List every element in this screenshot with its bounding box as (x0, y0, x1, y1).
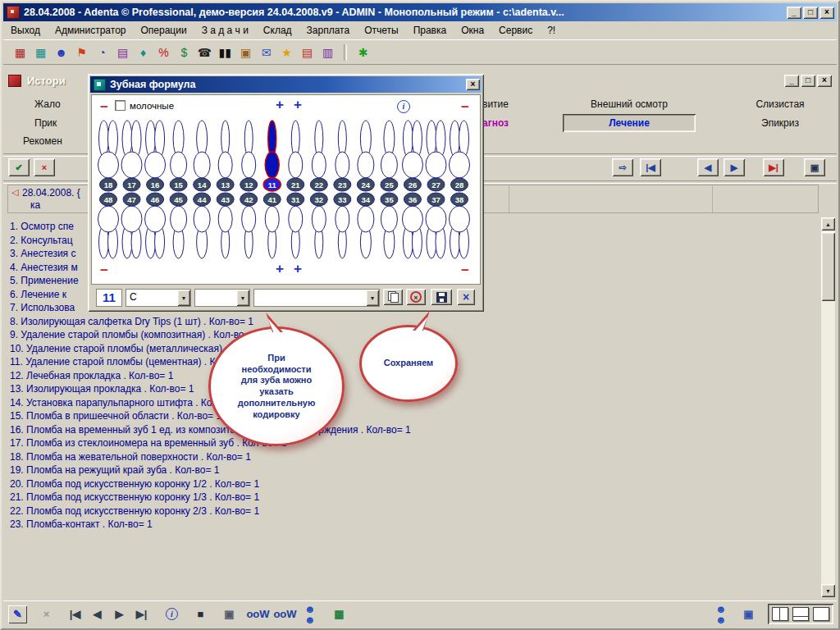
print-grid-icon[interactable]: ▣ (220, 605, 239, 623)
clock-icon[interactable]: ◔ (92, 43, 112, 62)
salary-icon[interactable]: $ (174, 43, 194, 62)
export-word-icon[interactable]: ooW (276, 605, 294, 623)
prev-record-icon[interactable]: ◀ (697, 158, 719, 176)
menu-item[interactable]: Сервис (491, 23, 540, 38)
tooth-32[interactable]: 32 (310, 193, 327, 258)
menu-item[interactable]: Окна (454, 23, 491, 38)
tooth-27[interactable]: 27 (426, 121, 446, 191)
child-close-button[interactable]: × (817, 75, 832, 87)
tooth-13[interactable]: 13 (217, 121, 234, 191)
menu-item[interactable]: Отчеты (357, 23, 405, 38)
procedure-item[interactable]: 15. Пломба в пришеечной области . Кол-во… (10, 409, 817, 423)
child-restore-button[interactable]: □ (801, 75, 815, 87)
menu-item[interactable]: Склад (256, 23, 299, 38)
tab-complaints[interactable]: Жало (34, 98, 61, 110)
remove-tooth-right-bottom-icon[interactable]: − (461, 263, 469, 277)
tooth-18[interactable]: 18 (98, 121, 119, 191)
mail-icon[interactable]: ✉ (256, 43, 276, 62)
tooth-33[interactable]: 33 (334, 193, 351, 258)
remove-tooth-left-top-icon[interactable]: − (100, 100, 108, 114)
edit-record-icon[interactable]: ✎ (8, 605, 27, 623)
tooth-35[interactable]: 35 (381, 193, 398, 258)
menu-item[interactable]: Администратор (48, 23, 134, 38)
procedure-item[interactable]: 20. Пломба под искусственную коронку 1/2… (10, 477, 817, 491)
star-icon[interactable]: ★ (276, 43, 297, 62)
remove-tooth-left-bottom-icon[interactable]: − (100, 263, 108, 277)
last-record-icon[interactable]: ▶| (763, 158, 784, 176)
next-row-icon[interactable]: ▶ (110, 605, 129, 623)
last-row-icon[interactable]: ▶| (132, 605, 151, 623)
dental-chart[interactable]: 1848174716461545144413431242114121312232… (97, 114, 476, 260)
tooth-26[interactable]: 26 (402, 121, 422, 191)
layout-option-single[interactable] (813, 607, 829, 621)
phone-icon[interactable]: ☎ (194, 43, 215, 62)
stock-icon[interactable]: ♦ (133, 43, 153, 62)
settings-flower-icon[interactable]: ✱ (353, 43, 373, 62)
info-icon[interactable]: i (397, 100, 410, 113)
stop-icon[interactable]: ■ (191, 605, 210, 623)
dialog-footer-close-button[interactable]: × (457, 289, 475, 305)
search-word-icon[interactable]: ooW (249, 605, 267, 623)
scroll-down-icon[interactable]: ▼ (821, 584, 835, 597)
tooth-42[interactable]: 42 (240, 193, 258, 258)
pick-record-icon[interactable]: ⇨ (612, 158, 633, 176)
tooth-44[interactable]: 44 (194, 193, 211, 258)
cancel-button[interactable]: × (406, 289, 426, 305)
main-titlebar[interactable]: 28.04.2008 - Adenta © Professional, демо… (3, 3, 837, 21)
tooth-45[interactable]: 45 (170, 193, 187, 258)
tooth-16[interactable]: 16 (145, 121, 166, 191)
remove-tooth-right-top-icon[interactable]: − (461, 100, 469, 114)
calendar-icon[interactable]: ▦ (10, 43, 30, 62)
tab-mucosa[interactable]: Слизистая (728, 98, 832, 110)
tooth-11[interactable]: 11 (263, 121, 281, 191)
scrollbar-track[interactable] (821, 231, 835, 584)
chevron-down-icon[interactable]: ▼ (236, 290, 249, 306)
patients-icon[interactable]: ☻ (51, 43, 71, 62)
info-icon[interactable]: i (162, 605, 181, 623)
tooth-38[interactable]: 38 (450, 193, 470, 258)
deciduous-checkbox[interactable]: молочные (115, 100, 174, 111)
menu-item[interactable]: Зарплата (299, 23, 358, 38)
printer-icon[interactable]: ▣ (739, 605, 758, 623)
cash-icon[interactable]: ▥ (317, 43, 338, 62)
tooth-46[interactable]: 46 (145, 193, 166, 258)
menu-item[interactable]: ?! (540, 23, 563, 38)
tooth-47[interactable]: 47 (121, 193, 142, 258)
barcode-icon[interactable]: ▮▮ (215, 43, 235, 62)
menu-item[interactable]: Операции (133, 23, 194, 38)
tooth-28[interactable]: 28 (450, 121, 470, 191)
chevron-down-icon[interactable]: ▼ (177, 290, 190, 306)
add-tooth-lower-left-icon[interactable]: + (276, 262, 284, 276)
tooth-24[interactable]: 24 (357, 121, 374, 191)
prev-row-icon[interactable]: ◀ (88, 605, 107, 623)
post-edit-icon[interactable]: ✔ (8, 158, 30, 176)
tab-development[interactable]: витие (482, 98, 509, 110)
minimize-button[interactable]: _ (787, 7, 801, 19)
tooth-31[interactable]: 31 (287, 193, 304, 258)
menu-item[interactable]: Правка (406, 23, 454, 38)
scroll-up-icon[interactable]: ▲ (821, 217, 835, 231)
add-tooth-upper-right-icon[interactable]: + (294, 98, 302, 112)
cancel-edit-icon[interactable]: × (34, 158, 55, 176)
procedure-item[interactable]: 19. Пломба на режущий край зуба . Кол-во… (10, 463, 817, 477)
tooth-15[interactable]: 15 (170, 121, 187, 191)
tooth-43[interactable]: 43 (217, 193, 234, 258)
scrollbar-thumb[interactable] (821, 232, 835, 301)
tab-external-exam[interactable]: Внешний осмотр (563, 98, 696, 110)
tasks-icon[interactable]: ⚑ (71, 43, 92, 62)
save-record-icon[interactable]: ▣ (804, 158, 825, 176)
save-button[interactable] (431, 289, 452, 305)
warehouse-icon[interactable]: ▣ (235, 43, 256, 62)
cancel-record-icon[interactable]: × (37, 605, 56, 623)
card-file-icon[interactable]: ▤ (112, 43, 133, 62)
tooth-36[interactable]: 36 (402, 193, 422, 258)
next-record-icon[interactable]: ▶ (724, 158, 745, 176)
percent-icon[interactable]: % (153, 43, 174, 62)
save-export-icon[interactable]: ▦ (330, 605, 349, 623)
tooth-25[interactable]: 25 (381, 121, 398, 191)
dialog-close-button[interactable]: × (466, 79, 480, 90)
tooth-23[interactable]: 23 (334, 121, 351, 191)
tooth-12[interactable]: 12 (240, 121, 258, 191)
network-users-icon[interactable]: ☻☻ (715, 605, 734, 623)
first-record-icon[interactable]: |◀ (640, 158, 661, 176)
